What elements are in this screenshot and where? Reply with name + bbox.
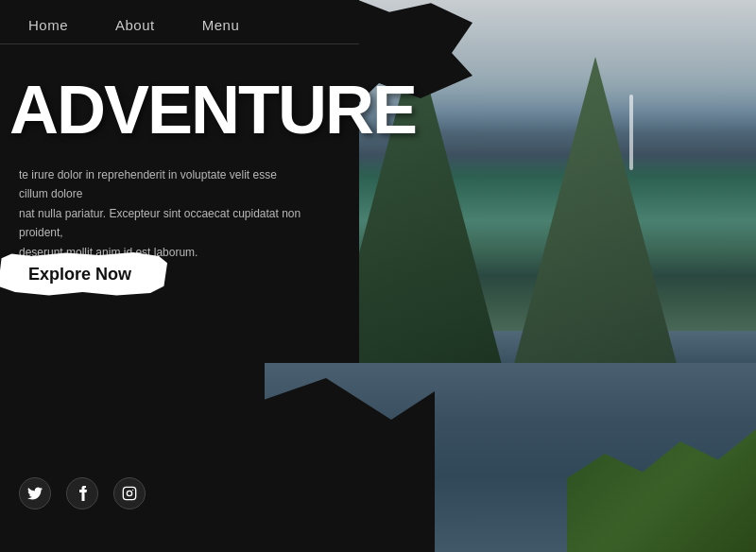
social-icons	[19, 477, 146, 509]
waterfall	[629, 95, 633, 170]
page-wrapper: Home About Menu ADVENTURE te irure dolor…	[0, 0, 756, 552]
brush-stroke: Explore Now	[9, 255, 150, 294]
svg-point-1	[127, 491, 131, 495]
svg-point-2	[132, 490, 133, 491]
facebook-icon[interactable]	[66, 477, 98, 509]
nav-item-menu[interactable]: Menu	[202, 17, 240, 34]
nav-link-about[interactable]: About	[115, 17, 155, 33]
explore-now-button[interactable]: Explore Now	[9, 255, 150, 294]
svg-rect-0	[123, 487, 135, 499]
instagram-icon[interactable]	[113, 477, 146, 509]
nav-item-about[interactable]: About	[115, 17, 155, 34]
nav-item-home[interactable]: Home	[28, 17, 68, 34]
twitter-icon[interactable]	[19, 477, 51, 509]
navbar: Home About Menu	[0, 0, 359, 44]
explore-btn-wrapper: Explore Now	[9, 255, 150, 294]
nav-link-home[interactable]: Home	[28, 17, 68, 33]
nav-link-menu[interactable]: Menu	[202, 17, 240, 33]
hero-title: ADVENTURE	[9, 76, 416, 144]
hero-description: te irure dolor in reprehenderit in volup…	[19, 165, 302, 262]
nav-links: Home About Menu	[28, 17, 239, 34]
